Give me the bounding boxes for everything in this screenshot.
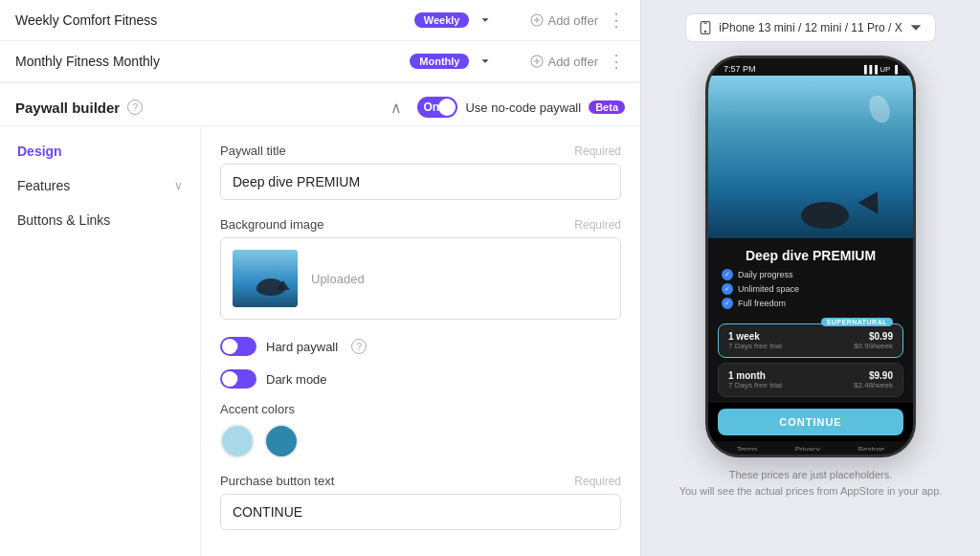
device-selector[interactable]: iPhone 13 mini / 12 mini / 11 Pro / X <box>685 13 935 42</box>
accent-colors-section: Accent colors <box>220 402 621 458</box>
dark-mode-row: On Dark mode <box>220 369 621 389</box>
paywall-title-required: Required <box>574 145 621 158</box>
toggle-slider: On <box>417 97 457 118</box>
sidebar-item-design[interactable]: Design <box>0 134 200 168</box>
paywall-builder-title: Paywall builder <box>15 100 120 116</box>
device-label: iPhone 13 mini / 12 mini / 11 Pro / X <box>719 21 902 34</box>
phone-content: Deep dive PREMIUM ✓ Daily progress ✓ Unl… <box>708 76 913 451</box>
plan-weekly-trial: 7 Days free trial <box>728 342 782 350</box>
plan-weekly-sub-row: 7 Days free trial $0.99/week <box>728 342 893 350</box>
purchase-btn-label-row: Purchase button text Required <box>220 474 621 488</box>
bg-image-box[interactable]: Uploaded <box>220 237 621 320</box>
sidebar-nav: Design Features ∨ Buttons & Links <box>0 126 201 556</box>
weekly-more-icon[interactable]: ⋮ <box>608 10 625 31</box>
paywall-title-group: Paywall title Required <box>220 144 621 200</box>
color-swatches <box>220 424 621 458</box>
background-image-group: Background image Required Uploaded <box>220 217 621 320</box>
hard-paywall-label: Hard paywall <box>266 340 338 354</box>
bg-image-label: Background image <box>220 217 323 232</box>
phone-check-1: ✓ <box>722 269 733 280</box>
sidebar-item-features[interactable]: Features ∨ <box>0 168 200 203</box>
bg-image-required: Required <box>574 218 621 232</box>
plan-weekly-row: 1 week $0.99 <box>728 331 893 342</box>
hard-paywall-slider: On <box>220 337 256 356</box>
monthly-more-icon[interactable]: ⋮ <box>608 51 625 72</box>
plan-supernatural-badge: SUPERNATURAL <box>821 318 893 326</box>
purchase-button-group: Purchase button text Required <box>220 474 621 530</box>
phone-feature-1: ✓ Daily progress <box>722 269 900 280</box>
accent-color-1-swatch[interactable] <box>220 424 255 458</box>
plan-monthly-per-week: $2.48/week <box>854 381 893 389</box>
plan-weekly-name: 1 week <box>728 331 760 342</box>
paywall-title-label-row: Paywall title Required <box>220 144 621 158</box>
right-panel: iPhone 13 mini / 12 mini / 11 Pro / X 7:… <box>641 0 980 556</box>
chevron-down-icon <box>479 13 492 27</box>
sidebar-item-buttons-links[interactable]: Buttons & Links <box>0 203 200 237</box>
phone-restore-link[interactable]: Restore <box>858 445 884 451</box>
dark-mode-label: Dark mode <box>266 372 327 387</box>
phone-plan-weekly[interactable]: SUPERNATURAL 1 week $0.99 7 Days free tr… <box>718 323 903 358</box>
offer-monthly-dropdown[interactable] <box>479 55 492 68</box>
offer-row-monthly: Monthly Fitness Monthly Monthly Add offe… <box>0 41 640 82</box>
phone-mockup: 7:57 PM ▐▐▐ UP ▐ Deep dive PREMIUM ✓ Dai… <box>705 56 916 457</box>
phone-check-2: ✓ <box>722 283 733 295</box>
dark-mode-toggle[interactable]: On <box>220 369 256 389</box>
plan-monthly-name: 1 month <box>728 370 766 381</box>
dark-mode-on-label: On <box>225 372 238 383</box>
phone-feature-3: ✓ Full freedom <box>722 298 900 309</box>
phone-footer: Terms Privacy Restore <box>708 441 913 451</box>
add-offer-monthly-button[interactable]: Add offer <box>530 55 598 69</box>
design-label: Design <box>17 144 62 159</box>
plus-icon-2 <box>530 55 544 68</box>
hard-paywall-on-label: On <box>225 340 238 350</box>
phone-feature-2: ✓ Unlimited space <box>722 283 900 295</box>
phone-signal: ▐▐▐ UP ▐ <box>861 65 898 74</box>
phone-feature-text-1: Daily progress <box>738 270 793 279</box>
paywall-builder-header: Paywall builder ? ∧ On Use no-code paywa… <box>0 83 640 126</box>
bg-thumbnail <box>233 250 298 307</box>
accent-colors-label: Accent colors <box>220 402 621 416</box>
add-offer-monthly-text: Add offer <box>547 55 598 69</box>
offer-rows: Weekly Comfort Fitness Weekly Add offer … <box>0 0 640 83</box>
purchase-btn-label: Purchase button text <box>220 474 334 488</box>
help-icon[interactable]: ? <box>127 100 143 115</box>
phone-whale-body <box>801 202 849 229</box>
purchase-button-input[interactable] <box>220 494 621 530</box>
accent-color-2-swatch[interactable] <box>264 424 299 458</box>
features-label: Features <box>17 178 70 193</box>
offer-monthly-badge: Monthly <box>410 54 469 69</box>
phone-plan-monthly[interactable]: 1 month $9.90 7 Days free trial $2.48/we… <box>718 363 903 397</box>
phone-feature-text-2: Unlimited space <box>738 284 799 294</box>
bg-thumbnail-whale <box>233 250 298 307</box>
toggle-on-label: On <box>423 100 439 114</box>
no-code-label: Use no-code paywall <box>465 100 581 115</box>
phone-notch <box>782 58 839 72</box>
phone-privacy-link[interactable]: Privacy <box>795 445 820 451</box>
svg-point-4 <box>705 31 706 32</box>
phone-check-3: ✓ <box>722 298 733 309</box>
dark-mode-slider: On <box>220 369 256 389</box>
phone-premium-title: Deep dive PREMIUM <box>722 248 900 263</box>
sidebar-content: Design Features ∨ Buttons & Links Paywal… <box>0 126 640 556</box>
phone-terms-link[interactable]: Terms <box>737 445 758 451</box>
no-code-toggle[interactable]: On <box>417 97 457 118</box>
phone-dark-section: Deep dive PREMIUM ✓ Daily progress ✓ Unl… <box>708 238 913 318</box>
no-code-toggle-container: On Use no-code paywall Beta <box>417 97 625 118</box>
add-offer-weekly-button[interactable]: Add offer <box>530 13 598 28</box>
hard-paywall-toggle[interactable]: On <box>220 337 256 356</box>
paywall-title-label: Paywall title <box>220 144 286 158</box>
phone-whale-tail <box>858 186 888 213</box>
phone-plans: SUPERNATURAL 1 week $0.99 7 Days free tr… <box>708 318 913 403</box>
phone-bg-image <box>708 76 913 238</box>
beta-badge: Beta <box>589 100 625 114</box>
hard-paywall-help-icon[interactable]: ? <box>351 339 367 354</box>
phone-continue-button[interactable]: CONTINUE <box>718 409 903 435</box>
purchase-btn-required: Required <box>574 475 621 488</box>
hard-paywall-row: On Hard paywall ? <box>220 337 621 356</box>
offer-weekly-dropdown[interactable] <box>479 13 492 27</box>
collapse-button[interactable]: ∧ <box>390 99 402 117</box>
offer-weekly-badge: Weekly <box>414 12 470 28</box>
paywall-title-input[interactable] <box>220 164 621 200</box>
buttons-links-label: Buttons & Links <box>17 212 110 228</box>
chevron-down-icon-2 <box>479 55 492 68</box>
